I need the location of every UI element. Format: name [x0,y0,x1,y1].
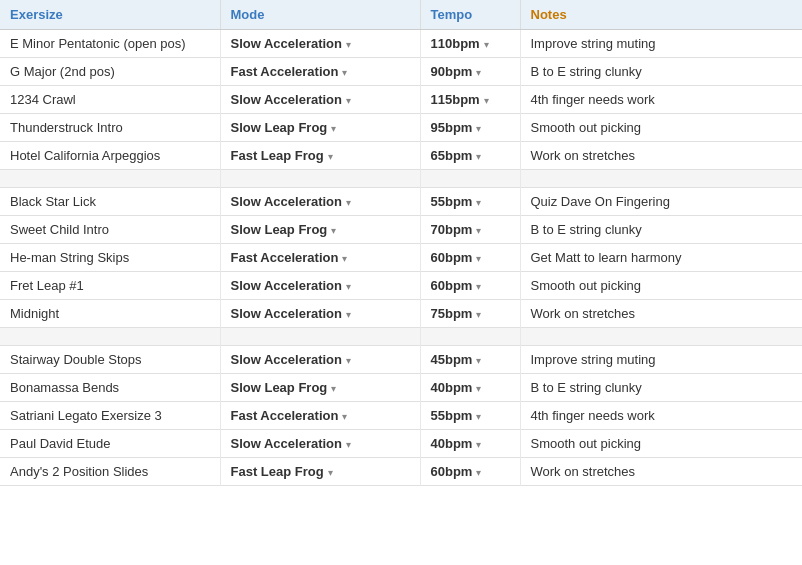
tempo-cell[interactable]: 75bpm▾ [420,300,520,328]
tempo-value: 40bpm [431,436,473,451]
notes-cell: Smooth out picking [520,272,802,300]
mode-label: Slow Acceleration [231,92,343,107]
mode-label: Slow Acceleration [231,436,343,451]
exercise-cell: Fret Leap #1 [0,272,220,300]
tempo-dropdown-arrow[interactable]: ▾ [476,309,481,320]
tempo-cell[interactable]: 95bpm▾ [420,114,520,142]
mode-dropdown-arrow[interactable]: ▾ [346,95,351,106]
mode-cell[interactable]: Fast Acceleration▾ [220,402,420,430]
tempo-dropdown-arrow[interactable]: ▾ [476,123,481,134]
exercise-cell: Andy's 2 Position Slides [0,458,220,486]
tempo-value: 60bpm [431,464,473,479]
tempo-dropdown-arrow[interactable]: ▾ [476,225,481,236]
tempo-cell[interactable]: 110bpm▾ [420,30,520,58]
notes-cell: Quiz Dave On Fingering [520,188,802,216]
mode-cell[interactable]: Fast Leap Frog▾ [220,142,420,170]
mode-dropdown-arrow[interactable]: ▾ [346,439,351,450]
mode-dropdown-arrow[interactable]: ▾ [328,467,333,478]
tempo-value: 65bpm [431,148,473,163]
tempo-value: 115bpm [431,92,480,107]
mode-dropdown-arrow[interactable]: ▾ [331,225,336,236]
tempo-dropdown-arrow[interactable]: ▾ [476,281,481,292]
mode-cell[interactable]: Slow Acceleration▾ [220,272,420,300]
mode-dropdown-arrow[interactable]: ▾ [342,253,347,264]
table-row: Satriani Legato Exersize 3Fast Accelerat… [0,402,802,430]
tempo-dropdown-arrow[interactable]: ▾ [476,151,481,162]
table-row: Paul David EtudeSlow Acceleration▾40bpm▾… [0,430,802,458]
table-row: Fret Leap #1Slow Acceleration▾60bpm▾Smoo… [0,272,802,300]
table-row: MidnightSlow Acceleration▾75bpm▾Work on … [0,300,802,328]
mode-label: Slow Acceleration [231,352,343,367]
table-row: 1234 CrawlSlow Acceleration▾115bpm▾4th f… [0,86,802,114]
mode-cell[interactable]: Slow Leap Frog▾ [220,114,420,142]
tempo-value: 55bpm [431,408,473,423]
mode-cell[interactable]: Fast Acceleration▾ [220,58,420,86]
notes-cell: Work on stretches [520,142,802,170]
table-row: Black Star LickSlow Acceleration▾55bpm▾Q… [0,188,802,216]
tempo-value: 55bpm [431,194,473,209]
mode-dropdown-arrow[interactable]: ▾ [342,67,347,78]
mode-dropdown-arrow[interactable]: ▾ [346,355,351,366]
tempo-value: 75bpm [431,306,473,321]
mode-cell[interactable]: Slow Acceleration▾ [220,346,420,374]
tempo-dropdown-arrow[interactable]: ▾ [476,439,481,450]
tempo-cell[interactable]: 55bpm▾ [420,402,520,430]
exercise-cell: Sweet Child Intro [0,216,220,244]
mode-cell[interactable]: Slow Leap Frog▾ [220,216,420,244]
table-row: Thunderstruck IntroSlow Leap Frog▾95bpm▾… [0,114,802,142]
tempo-cell[interactable]: 45bpm▾ [420,346,520,374]
mode-cell[interactable]: Slow Acceleration▾ [220,188,420,216]
notes-cell: Work on stretches [520,458,802,486]
mode-cell[interactable]: Slow Acceleration▾ [220,86,420,114]
table-row: Sweet Child IntroSlow Leap Frog▾70bpm▾B … [0,216,802,244]
tempo-dropdown-arrow[interactable]: ▾ [476,383,481,394]
mode-label: Slow Acceleration [231,36,343,51]
exercise-cell: He-man String Skips [0,244,220,272]
mode-dropdown-arrow[interactable]: ▾ [331,383,336,394]
notes-cell: Work on stretches [520,300,802,328]
mode-cell[interactable]: Slow Acceleration▾ [220,30,420,58]
mode-cell[interactable]: Slow Leap Frog▾ [220,374,420,402]
mode-dropdown-arrow[interactable]: ▾ [346,39,351,50]
tempo-value: 90bpm [431,64,473,79]
mode-cell[interactable]: Slow Acceleration▾ [220,300,420,328]
tempo-value: 70bpm [431,222,473,237]
tempo-cell[interactable]: 60bpm▾ [420,272,520,300]
mode-dropdown-arrow[interactable]: ▾ [331,123,336,134]
mode-cell[interactable]: Fast Acceleration▾ [220,244,420,272]
tempo-dropdown-arrow[interactable]: ▾ [476,411,481,422]
tempo-cell[interactable]: 60bpm▾ [420,458,520,486]
tempo-cell[interactable]: 60bpm▾ [420,244,520,272]
mode-label: Slow Acceleration [231,278,343,293]
mode-cell[interactable]: Slow Acceleration▾ [220,430,420,458]
table-row: Stairway Double StopsSlow Acceleration▾4… [0,346,802,374]
tempo-cell[interactable]: 55bpm▾ [420,188,520,216]
mode-dropdown-arrow[interactable]: ▾ [346,281,351,292]
exercise-table: Exersize Mode Tempo Notes E Minor Pentat… [0,0,802,486]
tempo-value: 60bpm [431,250,473,265]
mode-dropdown-arrow[interactable]: ▾ [328,151,333,162]
notes-cell: Smooth out picking [520,114,802,142]
mode-dropdown-arrow[interactable]: ▾ [346,309,351,320]
notes-cell: B to E string clunky [520,58,802,86]
tempo-dropdown-arrow[interactable]: ▾ [476,253,481,264]
tempo-cell[interactable]: 40bpm▾ [420,374,520,402]
exercise-cell: Satriani Legato Exersize 3 [0,402,220,430]
mode-dropdown-arrow[interactable]: ▾ [342,411,347,422]
tempo-dropdown-arrow[interactable]: ▾ [484,39,489,50]
exercise-cell: E Minor Pentatonic (open pos) [0,30,220,58]
tempo-cell[interactable]: 90bpm▾ [420,58,520,86]
mode-dropdown-arrow[interactable]: ▾ [346,197,351,208]
tempo-value: 95bpm [431,120,473,135]
tempo-dropdown-arrow[interactable]: ▾ [476,197,481,208]
tempo-cell[interactable]: 70bpm▾ [420,216,520,244]
tempo-dropdown-arrow[interactable]: ▾ [476,67,481,78]
tempo-dropdown-arrow[interactable]: ▾ [476,467,481,478]
tempo-cell[interactable]: 115bpm▾ [420,86,520,114]
mode-cell[interactable]: Fast Leap Frog▾ [220,458,420,486]
tempo-cell[interactable]: 65bpm▾ [420,142,520,170]
tempo-dropdown-arrow[interactable]: ▾ [476,355,481,366]
mode-label: Fast Acceleration [231,64,339,79]
tempo-dropdown-arrow[interactable]: ▾ [484,95,489,106]
tempo-cell[interactable]: 40bpm▾ [420,430,520,458]
